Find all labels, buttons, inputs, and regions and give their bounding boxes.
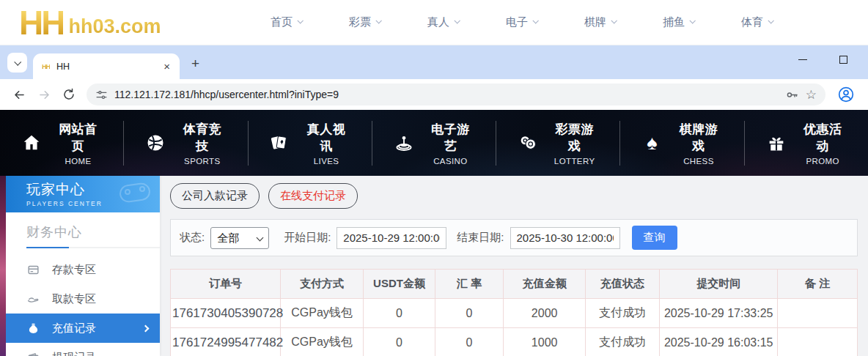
password-key-icon[interactable] [785,88,799,102]
logo-hh-text: HH [19,2,63,43]
sidebar-item-label: 取款专区 [52,292,96,306]
maximize-button[interactable] [839,56,847,64]
table-cell: 1761724995477482 [171,328,281,356]
back-button[interactable] [9,84,29,105]
content: 公司入款记录在线支付记录 状态: 全部 开始日期: 结束日期: 查询 订单号支付… [160,176,868,356]
browser-tab[interactable]: HH HH × [33,53,180,79]
profile-avatar-icon[interactable] [837,86,855,103]
record-tabs: 公司入款记录在线支付记录 [170,183,858,209]
app-root: HH hh03.com 首页彩票真人电子棋牌捕鱼体育 HH HH × + [0,0,868,356]
site-nav-item-6[interactable]: 体育 [741,15,773,29]
money-bag-icon [26,322,40,335]
main-nav-promo[interactable]: 优惠活动PROMO [744,121,868,166]
chevron-down-icon [768,18,773,23]
chevron-down-icon [375,18,381,23]
site-nav-item-3[interactable]: 电子 [506,15,537,29]
main-nav-label-en: LIVES [301,157,352,166]
sports-ball-icon [144,131,167,155]
gamepad-icon [116,179,154,211]
main-nav-label-en: SPORTS [177,157,228,166]
main-nav-label-en: CASINO [425,157,477,166]
column-header: 支付方式 [280,270,363,299]
site-logo[interactable]: HH hh03.com [19,2,161,43]
main-nav-home[interactable]: 网站首页HOME [0,121,123,166]
table-cell: CGPay钱包 [280,299,363,328]
site-nav-item-2[interactable]: 真人 [427,15,459,29]
record-tab-0[interactable]: 公司入款记录 [170,183,260,209]
tab-close-icon[interactable]: × [160,60,174,73]
status-select[interactable]: 全部 [210,227,269,249]
table-cell: 2025-10-29 16:03:15 [660,328,778,356]
new-tab-button[interactable]: + [191,56,199,70]
table-cell: 0 [435,299,504,328]
main-nav-label-en: CHESS [673,157,724,166]
column-header: 汇 率 [435,270,504,299]
table-cell: 1000 [504,328,586,356]
sidebar-item-3[interactable]: 提现记录 [6,343,160,356]
site-information-icon[interactable] [95,89,108,101]
sidebar-item-2[interactable]: 充值记录 [6,314,160,343]
bookmark-star-icon[interactable]: ☆ [806,87,817,103]
url-text[interactable]: 112.121.172.181/hhcp/usercenter.html?ini… [114,89,779,100]
table-cell: 支付成功 [585,299,659,328]
site-top-nav: 首页彩票真人电子棋牌捕鱼体育 [271,15,773,29]
table-cell: 0 [364,328,435,356]
deposit-card-icon [26,263,40,276]
main-nav-label-en: PROMO [797,157,848,166]
start-date-input[interactable] [336,227,446,249]
column-header: 充值金额 [504,270,586,299]
withdraw-hand-icon [26,292,40,305]
sidebar: 玩家中心 PLAYERS CENTER 财务中心 存款专区取款专区充值记录提现记… [6,176,160,356]
table-row: 1761730405390728CGPay钱包002000支付成功2025-10… [171,299,858,328]
site-nav-label: 体育 [741,15,763,29]
site-nav-label: 真人 [427,15,449,29]
filter-box: 状态: 全部 开始日期: 结束日期: 查询 [170,219,858,256]
page-background-strip [0,176,6,356]
section-underline [26,247,160,248]
minimize-button[interactable] [798,59,807,61]
end-date-input[interactable] [510,227,620,249]
site-nav-item-0[interactable]: 首页 [271,15,302,29]
chevron-down-icon [297,18,303,23]
site-nav-label: 电子 [506,15,528,29]
table-cell: CGPay钱包 [280,328,363,356]
column-header: 备 注 [778,270,858,299]
site-nav-item-5[interactable]: 捕鱼 [663,15,694,29]
sidebar-item-label: 充值记录 [52,322,96,335]
main-nav-label-zh: 棋牌游戏 [673,121,724,155]
main-nav-lives[interactable]: 真人视讯LIVES [248,121,372,166]
main-nav-casino[interactable]: 电子游艺CASINO [372,121,496,166]
main-nav-label-zh: 优惠活动 [797,121,848,155]
address-bar[interactable]: 112.121.172.181/hhcp/usercenter.html?ini… [87,84,825,105]
end-date-label: 结束日期: [457,231,504,245]
main-nav-chess[interactable]: ♠棋牌游戏CHESS [619,121,743,166]
wallet-icon [26,351,40,356]
sidebar-menu: 存款专区取款专区充值记录提现记录 [6,255,160,356]
chevron-down-icon [532,18,538,23]
chevron-right-icon [142,325,150,332]
logo-domain-text: hh03.com [68,15,161,43]
search-button[interactable]: 查询 [632,226,677,250]
column-header: 提交时间 [660,270,778,299]
status-select-wrap: 全部 [210,227,269,249]
records-table: 订单号支付方式USDT金额汇 率充值金额充值状态提交时间备 注 17617304… [170,269,858,356]
tab-search-button[interactable] [7,53,27,73]
main-nav-sports[interactable]: 体育竞技SPORTS [123,121,247,166]
sidebar-item-1[interactable]: 取款专区 [6,284,160,314]
record-tab-1[interactable]: 在线支付记录 [268,183,358,209]
window-controls [798,56,847,64]
reload-button[interactable] [59,84,79,105]
sidebar-item-label: 存款专区 [52,263,96,277]
site-nav-label: 首页 [271,15,293,29]
main-nav-label-zh: 体育竞技 [177,121,228,155]
sidebar-item-label: 提现记录 [52,351,96,356]
chevron-down-icon [689,18,695,23]
chevron-down-icon [611,18,617,23]
sidebar-item-0[interactable]: 存款专区 [6,255,160,284]
forward-button[interactable] [34,84,54,105]
site-nav-item-1[interactable]: 彩票 [349,15,380,29]
main-nav: 网站首页HOME体育竞技SPORTS真人视讯LIVES电子游艺CASINO彩票游… [0,110,868,176]
main-nav-lottery[interactable]: 彩票游戏LOTTERY [496,121,619,166]
site-nav-item-4[interactable]: 棋牌 [584,15,616,29]
column-header: 订单号 [171,270,281,299]
